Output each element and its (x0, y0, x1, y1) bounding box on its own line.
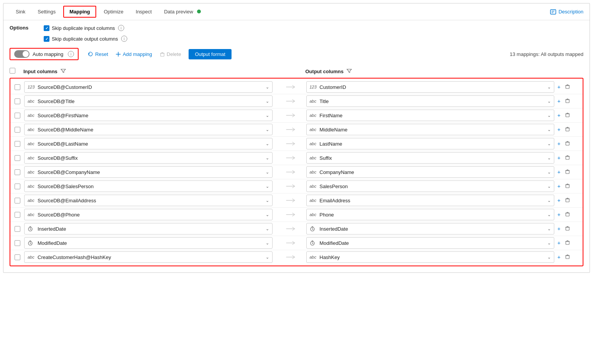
row-select-9[interactable] (15, 212, 20, 218)
delete-button[interactable]: Delete (157, 50, 184, 59)
add-row-btn-3[interactable]: + (556, 126, 562, 133)
output-col-dropdown-6[interactable]: abc CompanyName ⌄ (306, 166, 555, 178)
output-col-dropdown-0[interactable]: 123 CustomerID ⌄ (306, 81, 555, 93)
delete-row-btn-12[interactable] (563, 253, 572, 261)
delete-row-btn-8[interactable] (563, 197, 572, 204)
output-col-dropdown-11[interactable]: ModifiedDate ⌄ (306, 237, 555, 249)
auto-mapping-toggle[interactable] (14, 50, 30, 58)
input-col-dropdown-4[interactable]: abc SourceDB@LastName ⌄ (24, 138, 273, 149)
output-filter-icon[interactable] (347, 68, 352, 75)
reset-button[interactable]: Reset (85, 50, 111, 59)
description-button[interactable]: Description (550, 9, 583, 15)
tab-mapping[interactable]: Mapping (63, 6, 96, 18)
delete-row-btn-3[interactable] (563, 126, 572, 133)
row-checkbox-2[interactable] (10, 113, 24, 118)
checkbox-skip-dup-input[interactable] (44, 25, 49, 31)
add-row-btn-10[interactable]: + (556, 225, 562, 233)
delete-row-btn-11[interactable] (563, 239, 572, 247)
add-row-btn-7[interactable]: + (556, 182, 562, 190)
output-col-dropdown-4[interactable]: abc LastName ⌄ (306, 138, 555, 149)
input-col-dropdown-2[interactable]: abc SourceDB@FirstName ⌄ (24, 110, 273, 121)
add-row-btn-5[interactable]: + (556, 154, 562, 162)
output-col-dropdown-5[interactable]: abc Suffix ⌄ (306, 152, 555, 164)
add-row-btn-4[interactable]: + (556, 140, 562, 148)
row-select-6[interactable] (15, 169, 20, 175)
row-select-10[interactable] (15, 226, 20, 232)
tab-settings[interactable]: Settings (31, 4, 62, 20)
input-col-dropdown-6[interactable]: abc SourceDB@CompanyName ⌄ (24, 166, 273, 178)
input-col-dropdown-0[interactable]: 123 SourceDB@CustomerID ⌄ (24, 81, 273, 93)
skip-dup-output-info-icon[interactable]: i (121, 36, 127, 42)
add-mapping-button[interactable]: Add mapping (113, 50, 155, 59)
row-select-12[interactable] (15, 254, 20, 260)
row-select-3[interactable] (15, 127, 20, 133)
add-row-btn-12[interactable]: + (556, 253, 562, 261)
row-checkbox-0[interactable] (10, 84, 24, 90)
input-col-dropdown-11[interactable]: ModifiedDate ⌄ (24, 237, 273, 249)
input-col-dropdown-8[interactable]: abc SourceDB@EmailAddress ⌄ (24, 195, 273, 206)
row-select-5[interactable] (15, 155, 20, 161)
tab-sink[interactable]: Sink (10, 4, 31, 20)
output-col-dropdown-9[interactable]: abc Phone ⌄ (306, 209, 555, 220)
row-checkbox-7[interactable] (10, 184, 24, 189)
tab-optimize[interactable]: Optimize (98, 4, 130, 20)
row-select-4[interactable] (15, 141, 20, 147)
delete-row-btn-1[interactable] (563, 97, 572, 105)
delete-row-btn-6[interactable] (563, 168, 572, 176)
row-select-8[interactable] (15, 198, 20, 203)
row-checkbox-6[interactable] (10, 169, 24, 175)
delete-row-btn-0[interactable] (563, 83, 572, 91)
delete-row-btn-5[interactable] (563, 154, 572, 162)
input-col-dropdown-9[interactable]: abc SourceDB@Phone ⌄ (24, 209, 273, 220)
add-row-btn-1[interactable]: + (556, 97, 562, 105)
input-col-dropdown-3[interactable]: abc SourceDB@MiddleName ⌄ (24, 124, 273, 135)
output-format-button[interactable]: Output format (189, 49, 231, 59)
output-col-dropdown-3[interactable]: abc MiddleName ⌄ (306, 124, 555, 135)
row-select-2[interactable] (15, 113, 20, 118)
delete-row-btn-10[interactable] (563, 225, 572, 233)
input-col-dropdown-12[interactable]: abc CreateCustomerHash@HashKey ⌄ (24, 251, 273, 263)
input-filter-icon[interactable] (61, 68, 66, 75)
add-row-btn-2[interactable]: + (556, 111, 562, 119)
add-row-btn-8[interactable]: + (556, 197, 562, 204)
add-row-btn-6[interactable]: + (556, 168, 562, 176)
output-col-dropdown-2[interactable]: abc FirstName ⌄ (306, 110, 555, 121)
add-row-btn-0[interactable]: + (556, 83, 562, 91)
output-col-dropdown-10[interactable]: InsertedDate ⌄ (306, 223, 555, 234)
add-row-btn-11[interactable]: + (556, 239, 562, 247)
output-col-dropdown-12[interactable]: abc HashKey ⌄ (306, 251, 555, 263)
skip-dup-output-checkbox[interactable]: Skip duplicate output columns (44, 36, 118, 42)
row-select-7[interactable] (15, 184, 20, 189)
input-col-dropdown-10[interactable]: InsertedDate ⌄ (24, 223, 273, 234)
row-checkbox-10[interactable] (10, 226, 24, 232)
output-col-dropdown-7[interactable]: abc SalesPerson ⌄ (306, 180, 555, 192)
row-checkbox-1[interactable] (10, 98, 24, 104)
row-checkbox-8[interactable] (10, 198, 24, 203)
delete-row-btn-7[interactable] (563, 182, 572, 190)
auto-mapping-info-icon[interactable]: i (68, 51, 74, 57)
skip-dup-input-info-icon[interactable]: i (118, 25, 124, 31)
row-checkbox-3[interactable] (10, 127, 24, 133)
input-col-dropdown-7[interactable]: abc SourceDB@SalesPerson ⌄ (24, 180, 273, 192)
row-select-0[interactable] (15, 84, 20, 90)
row-checkbox-9[interactable] (10, 212, 24, 218)
skip-dup-input-checkbox[interactable]: Skip duplicate input columns (44, 25, 115, 31)
delete-row-btn-4[interactable] (563, 140, 572, 148)
row-checkbox-12[interactable] (10, 254, 24, 260)
add-row-btn-9[interactable]: + (556, 211, 562, 218)
checkbox-skip-dup-output[interactable] (44, 36, 49, 42)
delete-row-btn-9[interactable] (563, 211, 572, 218)
output-col-dropdown-1[interactable]: abc Title ⌄ (306, 95, 555, 107)
row-checkbox-11[interactable] (10, 240, 24, 246)
tab-inspect[interactable]: Inspect (130, 4, 158, 20)
input-col-dropdown-5[interactable]: abc SourceDB@Suffix ⌄ (24, 152, 273, 164)
input-col-dropdown-1[interactable]: abc SourceDB@Title ⌄ (24, 95, 273, 107)
row-select-1[interactable] (15, 98, 20, 104)
row-checkbox-5[interactable] (10, 155, 24, 161)
row-select-11[interactable] (15, 240, 20, 246)
tab-datapreview[interactable]: Data preview (158, 4, 207, 20)
output-col-dropdown-8[interactable]: abc EmailAddress ⌄ (306, 195, 555, 206)
delete-row-btn-2[interactable] (563, 111, 572, 119)
row-checkbox-4[interactable] (10, 141, 24, 147)
select-all-checkbox[interactable] (10, 68, 15, 74)
